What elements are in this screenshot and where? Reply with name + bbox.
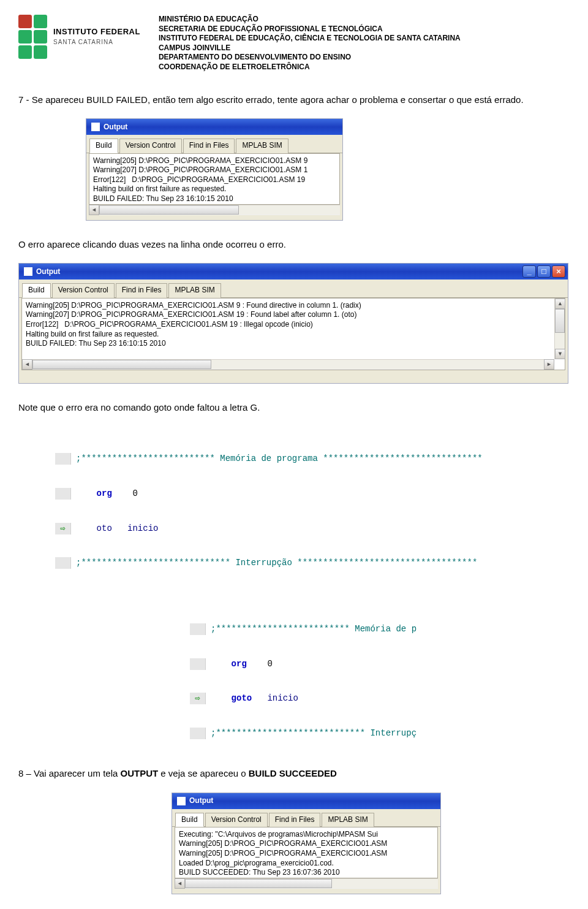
- code-kw: org: [97, 489, 112, 498]
- output-window-wide: Output _ □ × Build Version Control Find …: [18, 263, 568, 383]
- scroll-left-icon[interactable]: ◄: [22, 359, 32, 370]
- h-scrollbar[interactable]: ◄ ►: [22, 359, 554, 370]
- code-kw: oto: [97, 523, 112, 533]
- para-erro-click: O erro aparece clicando duas vezes na li…: [18, 238, 570, 251]
- h-scrollbar[interactable]: ◄: [175, 878, 438, 889]
- gutter: [55, 557, 71, 569]
- tab-strip: Build Version Control Find in Files MPLA…: [19, 280, 568, 297]
- output-text[interactable]: Warning[205] D:\PROG_PIC\PROGRAMA_EXERCI…: [89, 154, 339, 204]
- scroll-thumb[interactable]: [555, 309, 565, 333]
- gutter: [55, 488, 71, 500]
- code-comment: ;************************** Memória de p: [211, 624, 417, 634]
- tab-strip: Build Version Control Find in Files MPLA…: [172, 809, 440, 827]
- tab-mplab-sim[interactable]: MPLAB SIM: [168, 283, 221, 297]
- output-pane: Warning[205] D:\PROG_PIC\PROGRAMA_EXERCI…: [89, 153, 340, 205]
- header-line: COORDENAÇÃO DE ELETROELETRÔNICA: [159, 63, 461, 72]
- close-button[interactable]: ×: [552, 265, 565, 278]
- header-line: DEPARTAMENTO DO DESENVOLVIMENTO DO ENSIN…: [159, 53, 461, 63]
- step-8-text: 8 – Vai aparecer um tela OUTPUT e veja s…: [18, 767, 570, 780]
- titlebar[interactable]: Output: [172, 793, 440, 809]
- scroll-thumb[interactable]: [32, 360, 211, 369]
- output-pane: Warning[205] D:\PROG_PIC\PROGRAMA_EXERCI…: [21, 298, 565, 370]
- tab-version-control[interactable]: Version Control: [52, 283, 115, 297]
- output-window-success: Output Build Version Control Find in Fil…: [172, 793, 441, 894]
- code-snippet-fixed: ;************************** Memória de p…: [190, 596, 521, 755]
- output-text[interactable]: Executing: "C:\Arquivos de programas\Mic…: [175, 827, 437, 878]
- scroll-left-icon[interactable]: ◄: [89, 205, 99, 215]
- current-line-arrow-icon: ⇨: [190, 693, 206, 704]
- code-comment: ;************************** Memória de p…: [76, 454, 483, 463]
- para-goto: Note que o erro era no comando goto onde…: [18, 401, 570, 414]
- letterhead: INSTITUTO FEDERAL SANTA CATARINA MINISTÉ…: [0, 0, 588, 78]
- window-title: Output: [36, 267, 60, 277]
- output-window-small: Output Build Version Control Find in Fil…: [86, 118, 343, 220]
- h-scrollbar[interactable]: ◄: [89, 205, 340, 215]
- window-icon: [177, 797, 186, 805]
- code-arg: 0: [267, 659, 272, 669]
- titlebar[interactable]: Output _ □ ×: [19, 264, 568, 280]
- gutter: [190, 623, 206, 635]
- code-kw: org: [232, 659, 247, 669]
- tab-strip: Build Version Control Find in Files MPLA…: [86, 135, 342, 153]
- logo-squares: [18, 15, 47, 59]
- scroll-right-icon[interactable]: ►: [544, 359, 554, 370]
- tab-version-control[interactable]: Version Control: [205, 813, 268, 827]
- output-pane: Executing: "C:\Arquivos de programas\Mic…: [175, 827, 438, 878]
- tab-find[interactable]: Find in Files: [116, 283, 168, 297]
- window-title: Output: [189, 796, 213, 806]
- code-kw: goto: [232, 693, 252, 703]
- titlebar[interactable]: Output: [86, 119, 342, 135]
- current-line-arrow-icon: ⇨: [55, 523, 71, 534]
- logo-line1: INSTITUTO FEDERAL: [53, 26, 140, 38]
- scroll-up-icon[interactable]: ▲: [555, 299, 565, 309]
- tab-version-control[interactable]: Version Control: [119, 139, 182, 153]
- header-lines: MINISTÉRIO DA EDUCAÇÃO SECRETARIA DE EDU…: [159, 15, 461, 72]
- code-arg: inicio: [267, 693, 298, 703]
- tab-find[interactable]: Find in Files: [269, 813, 321, 827]
- step-8-d: BUILD SUCCEEDED: [249, 768, 337, 778]
- tab-build[interactable]: Build: [22, 283, 51, 297]
- header-line: MINISTÉRIO DA EDUCAÇÃO: [159, 15, 461, 25]
- tab-build[interactable]: Build: [89, 139, 118, 153]
- step-8-b: OUTPUT: [120, 768, 158, 778]
- tab-mplab-sim[interactable]: MPLAB SIM: [322, 813, 374, 827]
- scroll-down-icon[interactable]: ▼: [555, 349, 565, 359]
- header-line: SECRETARIA DE EDUCAÇÃO PROFISSIONAL E TE…: [159, 25, 461, 34]
- gutter: [190, 658, 206, 670]
- code-arg: inicio: [127, 523, 158, 533]
- maximize-button[interactable]: □: [537, 265, 551, 278]
- step-8-c: e veja se apareceu o: [158, 768, 249, 778]
- code-snippet-error: ;************************** Memória de p…: [55, 427, 557, 585]
- logo-line2: SANTA CATARINA: [53, 38, 140, 47]
- scroll-thumb[interactable]: [185, 879, 332, 888]
- code-comment: ;***************************** Interrupç…: [76, 558, 477, 568]
- header-line: INSTITUTO FEDERAL DE EDUCAÇÃO, CIÊNCIA E…: [159, 34, 461, 44]
- minimize-button[interactable]: _: [522, 265, 536, 278]
- window-title: Output: [104, 122, 127, 132]
- window-icon: [24, 267, 32, 276]
- step-8-a: 8 – Vai aparecer um tela: [18, 768, 120, 778]
- tab-find[interactable]: Find in Files: [183, 139, 235, 153]
- window-icon: [91, 123, 100, 131]
- logo: INSTITUTO FEDERAL SANTA CATARINA: [18, 15, 140, 59]
- logo-text: INSTITUTO FEDERAL SANTA CATARINA: [53, 26, 140, 47]
- tab-mplab-sim[interactable]: MPLAB SIM: [236, 139, 288, 153]
- step-7-text: 7 - Se apareceu BUILD FAILED, então tem …: [18, 93, 570, 107]
- code-comment: ;***************************** Interrupç: [211, 728, 417, 738]
- tab-build[interactable]: Build: [175, 813, 204, 827]
- v-scrollbar[interactable]: ▲ ▼: [554, 299, 565, 359]
- code-arg: 0: [132, 489, 137, 498]
- scroll-left-icon[interactable]: ◄: [175, 878, 185, 889]
- gutter: [55, 453, 71, 465]
- header-line: CAMPUS JOINVILLE: [159, 44, 461, 53]
- scroll-thumb[interactable]: [99, 205, 239, 215]
- gutter: [190, 728, 206, 739]
